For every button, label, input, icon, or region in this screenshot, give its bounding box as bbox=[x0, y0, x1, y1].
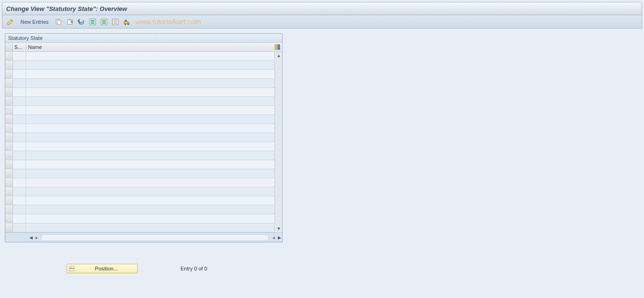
cell-s[interactable] bbox=[13, 88, 26, 96]
row-selector[interactable] bbox=[5, 61, 13, 69]
row-selector[interactable] bbox=[5, 79, 13, 87]
table-row[interactable] bbox=[5, 61, 275, 70]
row-selector[interactable] bbox=[5, 178, 13, 187]
scroll-right-icon[interactable]: ◂ bbox=[271, 235, 276, 240]
row-selector[interactable] bbox=[5, 214, 13, 223]
cell-name[interactable] bbox=[26, 223, 275, 232]
scroll-first-icon[interactable]: ◀ bbox=[28, 235, 34, 240]
cell-name[interactable] bbox=[26, 160, 275, 169]
cell-s[interactable] bbox=[13, 97, 26, 106]
cell-s[interactable] bbox=[13, 124, 26, 133]
cell-name[interactable] bbox=[26, 61, 275, 69]
select-block-icon[interactable] bbox=[100, 18, 108, 26]
table-row[interactable] bbox=[5, 187, 275, 196]
cell-s[interactable] bbox=[13, 133, 26, 142]
row-selector[interactable] bbox=[5, 115, 13, 124]
cell-name[interactable] bbox=[26, 187, 275, 196]
table-row[interactable] bbox=[5, 115, 275, 124]
table-row[interactable] bbox=[5, 142, 275, 151]
column-header-name[interactable]: Name bbox=[26, 43, 274, 51]
deselect-all-icon[interactable] bbox=[111, 18, 120, 26]
scroll-left-icon[interactable]: ▸ bbox=[34, 235, 39, 240]
cell-s[interactable] bbox=[13, 169, 26, 178]
cell-name[interactable] bbox=[26, 124, 275, 133]
cell-s[interactable] bbox=[13, 151, 26, 160]
cell-s[interactable] bbox=[13, 160, 26, 169]
change-icon[interactable] bbox=[6, 18, 15, 26]
column-header-selector[interactable] bbox=[5, 43, 13, 51]
row-selector[interactable] bbox=[5, 70, 13, 78]
table-row[interactable] bbox=[5, 214, 275, 223]
row-selector[interactable] bbox=[5, 142, 13, 151]
transport-icon[interactable] bbox=[123, 18, 131, 26]
cell-name[interactable] bbox=[26, 214, 275, 223]
row-selector[interactable] bbox=[5, 196, 13, 205]
row-selector[interactable] bbox=[5, 160, 13, 169]
cell-s[interactable] bbox=[13, 70, 26, 78]
cell-s[interactable] bbox=[13, 223, 26, 232]
cell-name[interactable] bbox=[26, 52, 275, 60]
undo-icon[interactable] bbox=[77, 18, 85, 26]
table-row[interactable] bbox=[5, 88, 275, 97]
row-selector[interactable] bbox=[5, 97, 13, 106]
copy-icon[interactable] bbox=[54, 18, 63, 26]
cell-s[interactable] bbox=[13, 52, 26, 60]
vertical-scrollbar[interactable]: ▲ ▼ bbox=[275, 52, 282, 232]
table-row[interactable] bbox=[5, 151, 275, 160]
column-header-s[interactable]: S... bbox=[13, 43, 26, 51]
new-entries-button[interactable]: New Entries bbox=[18, 18, 51, 26]
row-selector[interactable] bbox=[5, 52, 13, 60]
table-row[interactable] bbox=[5, 223, 275, 232]
table-row[interactable] bbox=[5, 196, 275, 205]
row-selector[interactable] bbox=[5, 133, 13, 142]
table-row[interactable] bbox=[5, 97, 275, 106]
row-selector[interactable] bbox=[5, 88, 13, 96]
row-selector[interactable] bbox=[5, 205, 13, 214]
row-selector[interactable] bbox=[5, 169, 13, 178]
table-row[interactable] bbox=[5, 52, 275, 61]
scroll-last-icon[interactable]: ▶ bbox=[276, 235, 282, 240]
row-selector[interactable] bbox=[5, 151, 13, 160]
cell-s[interactable] bbox=[13, 178, 26, 187]
row-selector[interactable] bbox=[5, 106, 13, 115]
cell-name[interactable] bbox=[26, 142, 275, 151]
delete-icon[interactable] bbox=[66, 18, 74, 26]
table-row[interactable] bbox=[5, 169, 275, 178]
table-row[interactable] bbox=[5, 124, 275, 133]
cell-name[interactable] bbox=[26, 151, 275, 160]
cell-s[interactable] bbox=[13, 214, 26, 223]
row-selector[interactable] bbox=[5, 223, 13, 232]
cell-name[interactable] bbox=[26, 79, 275, 87]
cell-s[interactable] bbox=[13, 142, 26, 151]
scroll-down-icon[interactable]: ▼ bbox=[275, 225, 282, 232]
cell-name[interactable] bbox=[26, 70, 275, 78]
position-button[interactable]: Position... bbox=[66, 264, 138, 273]
select-all-icon[interactable] bbox=[88, 18, 97, 26]
cell-name[interactable] bbox=[26, 205, 275, 214]
row-selector[interactable] bbox=[5, 124, 13, 133]
configure-columns-icon[interactable] bbox=[274, 43, 281, 51]
cell-s[interactable] bbox=[13, 79, 26, 87]
cell-name[interactable] bbox=[26, 97, 275, 106]
table-row[interactable] bbox=[5, 160, 275, 169]
cell-s[interactable] bbox=[13, 205, 26, 214]
scroll-up-icon[interactable]: ▲ bbox=[275, 52, 282, 59]
cell-s[interactable] bbox=[13, 187, 26, 196]
cell-s[interactable] bbox=[13, 196, 26, 205]
table-row[interactable] bbox=[5, 79, 275, 88]
cell-name[interactable] bbox=[26, 178, 275, 187]
horizontal-scrollbar[interactable] bbox=[41, 234, 269, 241]
cell-name[interactable] bbox=[26, 196, 275, 205]
table-row[interactable] bbox=[5, 205, 275, 214]
cell-s[interactable] bbox=[13, 61, 26, 69]
cell-name[interactable] bbox=[26, 169, 275, 178]
cell-name[interactable] bbox=[26, 88, 275, 96]
cell-name[interactable] bbox=[26, 133, 275, 142]
cell-s[interactable] bbox=[13, 115, 26, 124]
row-selector[interactable] bbox=[5, 187, 13, 196]
table-row[interactable] bbox=[5, 106, 275, 115]
table-row[interactable] bbox=[5, 178, 275, 187]
table-row[interactable] bbox=[5, 70, 275, 79]
cell-s[interactable] bbox=[13, 106, 26, 115]
cell-name[interactable] bbox=[26, 106, 275, 115]
